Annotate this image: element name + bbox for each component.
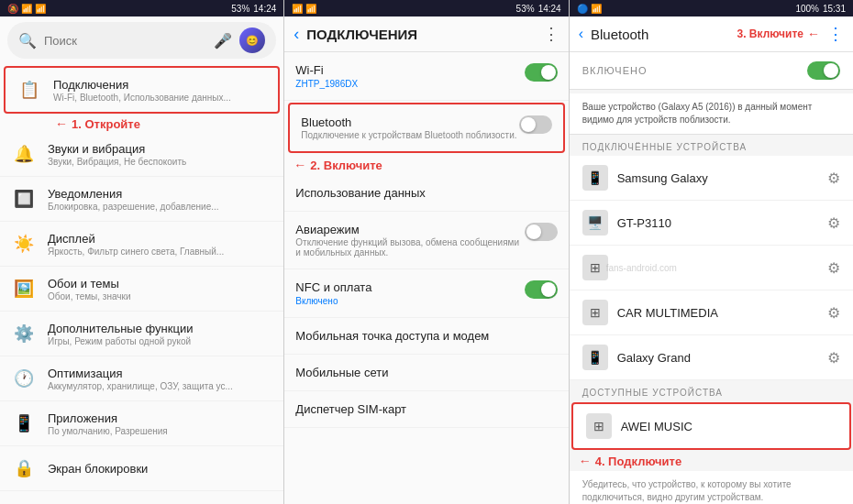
mobile-item[interactable]: Мобильные сети	[284, 355, 568, 391]
panel-connections: 📶 📶 53% 14:24 ‹ ПОДКЛЮЧЕНИЯ ⋮ Wi-Fi ZHTP…	[284, 0, 569, 504]
available-description: Убедитесь, что устройство, к которому вы…	[570, 471, 853, 504]
avatar[interactable]: 😊	[239, 27, 265, 53]
device-gt-p3110[interactable]: 🖥️ GT-P3110 ⚙	[570, 201, 853, 246]
car-multimedia-name: CAR MULTIMEDIA	[617, 306, 827, 320]
advanced-title: Дополнительные функции	[48, 322, 193, 335]
airplane-item[interactable]: Авиарежим Отключение функций вызова, обм…	[284, 212, 568, 269]
arrow-2: ←	[294, 158, 306, 172]
sounds-title: Звуки и вибрация	[48, 142, 186, 156]
sounds-subtitle: Звуки, Вибрация, Не беспокоить	[48, 157, 186, 167]
galaxy-grand-gear[interactable]: ⚙	[827, 349, 840, 367]
panel-bluetooth: 🔵 📶 100% 15:31 ‹ Bluetooth 3. Включите ←…	[570, 0, 853, 504]
gt-p3110-name: GT-P3110	[617, 216, 827, 230]
bluetooth-item[interactable]: Bluetooth Подключение к устройствам Blue…	[288, 103, 564, 153]
time-text: 14:24	[253, 4, 276, 14]
settings-list: 📋 Подключения Wi-Fi, Bluetooth, Использо…	[0, 64, 283, 504]
car-multimedia-gear[interactable]: ⚙	[827, 304, 840, 322]
optimize-icon: 🕐	[9, 364, 39, 393]
sidebar-item-optimize[interactable]: 🕐 Оптимизация Аккумулятор, хранилище, ОЗ…	[0, 356, 283, 401]
connections-list: Wi-Fi ZHTP_1986DX Bluetooth Подключение	[284, 52, 568, 504]
sidebar-item-advanced[interactable]: ⚙️ Дополнительные функции Игры, Режим ра…	[0, 312, 283, 356]
themes-subtitle: Обои, темы, значки	[48, 291, 130, 301]
back-button[interactable]: ‹	[294, 25, 299, 44]
device-car-multimedia[interactable]: ⊞ CAR MULTIMEDIA ⚙	[570, 290, 853, 335]
sidebar-item-lockscreen[interactable]: 🔒 Экран блокировки	[0, 446, 283, 491]
airplane-title: Авиарежим	[295, 223, 524, 236]
notifications-title: Уведомления	[48, 187, 219, 201]
search-bar[interactable]: 🔍 🎤 😊	[7, 22, 276, 59]
datausage-item[interactable]: Использование данных	[284, 175, 568, 212]
bluetooth-toggle[interactable]	[519, 115, 552, 134]
bt-more-button[interactable]: ⋮	[827, 24, 844, 44]
status-bar-2: 📶 📶 53% 14:24	[284, 0, 568, 16]
advanced-subtitle: Игры, Режим работы одной рукой	[48, 336, 193, 346]
device-galaxy-grand[interactable]: 📱 Galaxy Grand ⚙	[570, 335, 853, 380]
sidebar-item-themes[interactable]: 🖼️ Обои и темы Обои, темы, значки	[0, 267, 283, 312]
status2-right: 53% 14:24	[516, 4, 561, 14]
sim-title: Диспетчер SIM-карт	[295, 402, 557, 416]
connected-devices-header: ПОДКЛЮЧЁННЫЕ УСТРОЙСТВА	[570, 135, 853, 156]
hotspot-item[interactable]: Мобильная точка доступа и модем	[284, 318, 568, 355]
wifi-icon: 📶	[21, 4, 32, 14]
connections-header: ‹ ПОДКЛЮЧЕНИЯ ⋮	[284, 16, 568, 52]
status3-left: 🔵 📶	[577, 4, 602, 14]
status-left-icons: 🔕 📶 📶	[7, 4, 46, 14]
bluetooth-title: Bluetooth	[591, 27, 737, 42]
device-unknown1[interactable]: ⊞ ⚙ fans-android.com	[570, 246, 853, 290]
bluetooth-desc: Подключение к устройствам Bluetooth побл…	[301, 130, 516, 140]
status-right: 53% 14:24	[231, 4, 276, 14]
connections-icon: 📋	[15, 75, 44, 104]
sidebar-item-apps[interactable]: 📱 Приложения По умолчанию, Разрешения	[0, 401, 283, 446]
bt-back-button[interactable]: ‹	[579, 26, 583, 42]
sidebar-item-connections[interactable]: 📋 Подключения Wi-Fi, Bluetooth, Использо…	[4, 66, 280, 114]
search-input[interactable]	[44, 34, 206, 48]
wifi-toggle[interactable]	[525, 63, 558, 82]
display-icon: ☀️	[9, 229, 39, 258]
bt-enabled-label: ВКЛЮЧЕНО	[582, 65, 648, 76]
themes-title: Обои и темы	[48, 277, 130, 290]
sim-item[interactable]: Диспетчер SIM-карт	[284, 391, 568, 428]
samsung-galaxy-gear[interactable]: ⚙	[827, 170, 840, 187]
gt-p3110-gear[interactable]: ⚙	[827, 214, 840, 232]
bluetooth-header: ‹ Bluetooth 3. Включите ← ⋮	[570, 16, 853, 52]
sidebar-item-notifications[interactable]: 🔲 Уведомления Блокировка, разрешение, до…	[0, 177, 283, 222]
gt-p3110-icon: 🖥️	[582, 210, 608, 236]
awei-music-name: AWEI MUSIC	[621, 420, 836, 433]
sidebar-item-sounds[interactable]: 🔔 Звуки и вибрация Звуки, Вибрация, Не б…	[0, 132, 283, 177]
status2-left: 📶 📶	[292, 4, 316, 14]
arrow-1: ←	[55, 116, 68, 131]
app-container: 🔕 📶 📶 53% 14:24 🔍 🎤 😊 📋 Подключения Wi-F…	[0, 0, 853, 504]
annotation-4-label: 4. Подключите	[595, 455, 682, 468]
apps-title: Приложения	[48, 411, 168, 425]
wifi-item[interactable]: Wi-Fi ZHTP_1986DX	[284, 52, 568, 101]
nfc-toggle[interactable]	[525, 280, 558, 299]
arrow-4: ←	[579, 454, 592, 468]
sidebar-item-display[interactable]: ☀️ Дисплей Яркость, Фильтр синего света,…	[0, 222, 283, 267]
samsung-galaxy-name: Samsung Galaxy	[617, 171, 827, 185]
more-button[interactable]: ⋮	[543, 24, 559, 44]
nfc-item[interactable]: NFC и оплата Включено	[284, 269, 568, 318]
status-bar-1: 🔕 📶 📶 53% 14:24	[0, 0, 283, 16]
bt-main-toggle[interactable]	[807, 61, 840, 80]
bt-status-icon: 🔵	[577, 4, 588, 14]
hotspot-title: Мобильная точка доступа и модем	[295, 329, 557, 343]
sounds-icon: 🔔	[9, 139, 39, 169]
airplane-toggle[interactable]	[525, 223, 558, 241]
status2-signal: 📶	[305, 4, 316, 14]
device-samsung-galaxy[interactable]: 📱 Samsung Galaxy ⚙	[570, 156, 853, 201]
panel-settings: 🔕 📶 📶 53% 14:24 🔍 🎤 😊 📋 Подключения Wi-F…	[0, 0, 284, 504]
annotation-4-row: ← 4. Подключите	[570, 451, 853, 471]
watermark: fans-android.com	[606, 263, 677, 273]
battery3-text: 100%	[795, 4, 819, 14]
unknown1-gear[interactable]: ⚙	[827, 259, 840, 277]
display-subtitle: Яркость, Фильтр синего света, Главный...	[48, 247, 224, 257]
advanced-icon: ⚙️	[9, 319, 39, 348]
mobile-title: Мобильные сети	[295, 366, 557, 379]
notification-icon: 🔕	[7, 4, 18, 14]
unknown1-icon: ⊞	[582, 255, 608, 280]
mic-icon[interactable]: 🎤	[214, 32, 232, 49]
status2-wifi: 📶	[292, 4, 303, 14]
time3-text: 15:31	[823, 4, 846, 14]
optimize-subtitle: Аккумулятор, хранилище, ОЗУ, защита ус..…	[48, 381, 233, 391]
device-awei-music[interactable]: ⊞ AWEI MUSIC	[571, 402, 851, 450]
